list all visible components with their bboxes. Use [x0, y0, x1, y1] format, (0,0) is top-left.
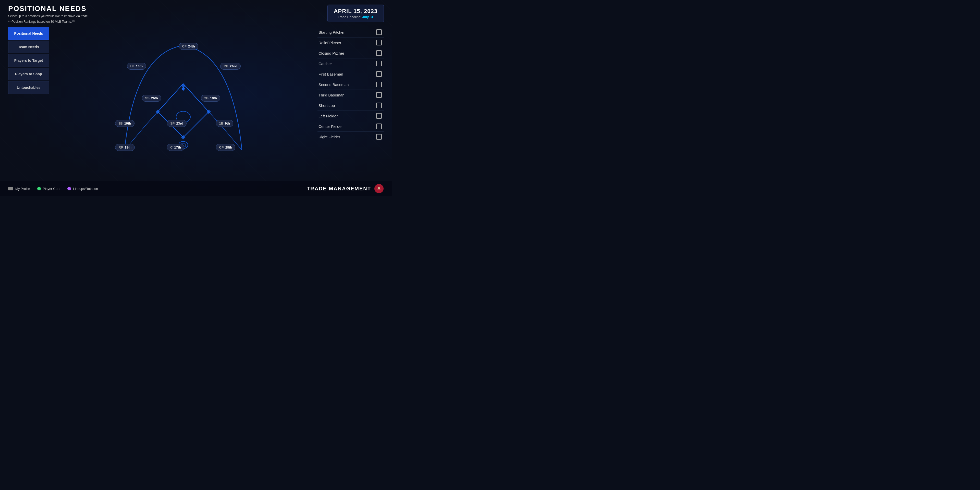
position-label-right-fielder: Right Fielder [318, 135, 340, 139]
position-label-shortstop: Shortstop [318, 103, 335, 108]
position-badge-ss: SS26th [142, 95, 161, 102]
footer-nav-label-player-card: Player Card [43, 187, 60, 191]
checkbox-shortstop[interactable] [376, 103, 382, 108]
footer-nav-label-my-profile: My Profile [15, 187, 30, 191]
header-left: POSITIONAL NEEDS Select up to 3 position… [8, 5, 89, 24]
field-area: CF24thLF14thRF22ndSS26th2B19th3B19thSP23… [53, 27, 313, 181]
position-badge-lf: LF14th [127, 63, 146, 70]
trade-management-label: TRADE MANAGEMENT [307, 186, 371, 192]
checkbox-center-fielder[interactable] [376, 124, 382, 129]
footer-right: TRADE MANAGEMENT A [307, 184, 384, 193]
checkbox-third-baseman[interactable] [376, 92, 382, 98]
right-panel: Starting Pitcher Relief Pitcher Closing … [318, 27, 384, 181]
header: POSITIONAL NEEDS Select up to 3 position… [0, 0, 392, 27]
footer-nav-player-card[interactable]: Player Card [37, 187, 60, 191]
svg-line-3 [146, 112, 158, 124]
checkbox-second-baseman[interactable] [376, 82, 382, 87]
checkbox-catcher[interactable] [376, 61, 382, 66]
checkbox-starting-pitcher[interactable] [376, 29, 382, 35]
position-row-closing-pitcher[interactable]: Closing Pitcher [318, 48, 384, 59]
footer-nav-my-profile[interactable]: My Profile [8, 187, 30, 191]
position-row-shortstop[interactable]: Shortstop [318, 100, 384, 111]
subtitle1: Select up to 3 positions you would like … [8, 14, 89, 18]
position-badge-rf: RF22nd [220, 63, 241, 70]
svg-marker-2 [158, 84, 209, 137]
svg-rect-9 [181, 83, 186, 88]
main-content: Positional NeedsTeam NeedsPlayers to Tar… [0, 27, 392, 181]
position-label-second-baseman: Second Baseman [318, 83, 348, 87]
checkbox-closing-pitcher[interactable] [376, 50, 382, 56]
position-row-right-fielder[interactable]: Right Fielder [318, 132, 384, 142]
header-right: APRIL 15, 2023 Trade Deadline: July 31 [328, 5, 384, 22]
sidebar-item-untouchables[interactable]: Untouchables [8, 81, 49, 94]
sidebar-item-team-needs[interactable]: Team Needs [8, 41, 49, 53]
trade-deadline: Trade Deadline: July 31 [334, 15, 377, 19]
checkbox-first-baseman[interactable] [376, 71, 382, 77]
position-label-relief-pitcher: Relief Pitcher [318, 41, 341, 45]
position-badge-c: C17th [167, 144, 184, 151]
position-row-center-fielder[interactable]: Center Fielder [318, 121, 384, 132]
position-row-catcher[interactable]: Catcher [318, 59, 384, 69]
position-label-closing-pitcher: Closing Pitcher [318, 51, 344, 56]
svg-text:A: A [377, 186, 381, 191]
position-badge-2b: 2B19th [201, 95, 220, 102]
position-row-third-baseman[interactable]: Third Baseman [318, 90, 384, 100]
position-badge-cp: CP28th [216, 144, 235, 151]
subtitle2: ***Position Rankings based on 30 MLB Tea… [8, 19, 89, 24]
team-logo: A [374, 184, 384, 193]
sidebar-item-players-to-target[interactable]: Players to Target [8, 54, 49, 67]
checkbox-relief-pitcher[interactable] [376, 40, 382, 45]
position-label-third-baseman: Third Baseman [318, 93, 345, 97]
position-badge-rp: RP18th [115, 144, 135, 151]
sidebar-item-positional-needs[interactable]: Positional Needs [8, 27, 49, 40]
position-row-starting-pitcher[interactable]: Starting Pitcher [318, 27, 384, 38]
footer: My ProfilePlayer CardLineups/Rotation TR… [0, 181, 392, 196]
position-badge-1b: 1B9th [216, 120, 233, 127]
sidebar-item-players-to-shop[interactable]: Players to Shop [8, 68, 49, 80]
position-row-left-fielder[interactable]: Left Fielder [318, 111, 384, 121]
position-label-catcher: Catcher [318, 62, 332, 66]
position-badge-sp: SP23rd [167, 120, 186, 127]
footer-nav: My ProfilePlayer CardLineups/Rotation [8, 187, 98, 191]
position-label-first-baseman: First Baseman [318, 72, 343, 76]
position-label-left-fielder: Left Fielder [318, 114, 338, 118]
sidebar: Positional NeedsTeam NeedsPlayers to Tar… [8, 27, 49, 181]
position-label-center-fielder: Center Fielder [318, 124, 343, 129]
field-diagram: CF24thLF14thRF22ndSS26th2B19th3B19thSP23… [109, 38, 257, 170]
position-row-relief-pitcher[interactable]: Relief Pitcher [318, 38, 384, 48]
position-row-first-baseman[interactable]: First Baseman [318, 69, 384, 80]
footer-nav-lineups-rotation[interactable]: Lineups/Rotation [67, 187, 98, 191]
position-badge-3b: 3B19th [115, 120, 134, 127]
checkbox-right-fielder[interactable] [376, 134, 382, 140]
page-title: POSITIONAL NEEDS [8, 5, 89, 13]
deadline-label: Trade Deadline: [338, 15, 361, 19]
checkbox-left-fielder[interactable] [376, 113, 382, 119]
position-badge-cf: CF24th [179, 43, 198, 50]
position-label-starting-pitcher: Starting Pitcher [318, 30, 345, 35]
footer-nav-label-lineups-rotation: Lineups/Rotation [73, 187, 98, 191]
position-row-second-baseman[interactable]: Second Baseman [318, 80, 384, 90]
current-date: APRIL 15, 2023 [334, 8, 377, 14]
deadline-date: July 31 [362, 15, 373, 19]
